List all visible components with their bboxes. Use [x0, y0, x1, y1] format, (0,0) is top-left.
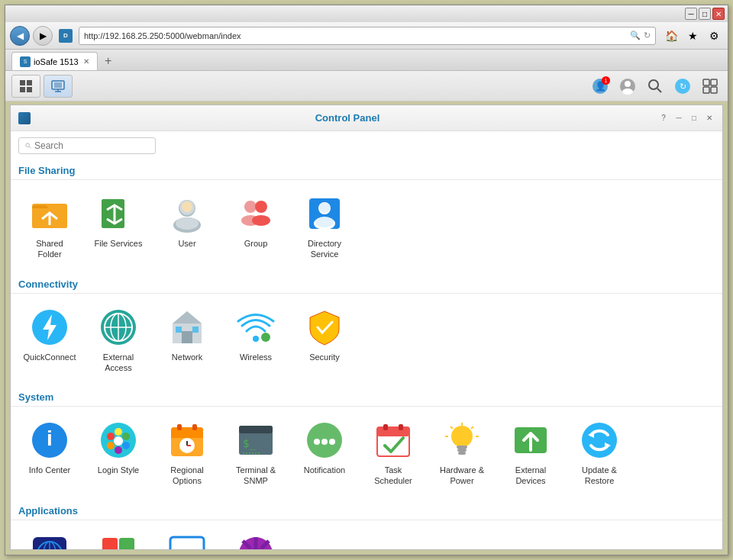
desktop-view-button[interactable]	[44, 75, 73, 98]
notification-item[interactable]: Notification	[293, 416, 356, 491]
url-text: http://192.168.25.250:5000/webman/index	[84, 31, 627, 40]
svg-rect-0	[20, 80, 25, 85]
grid-view-button[interactable]	[11, 75, 40, 98]
close-button[interactable]: ✕	[712, 8, 725, 20]
svg-line-93	[471, 426, 473, 429]
update-restore-item[interactable]: Update &Restore	[568, 416, 631, 491]
svg-rect-20	[711, 87, 717, 93]
hardware-power-item[interactable]: Hardware &Power	[431, 416, 493, 491]
star-icon[interactable]: ★	[683, 27, 702, 45]
security-item[interactable]: Security	[293, 303, 356, 378]
notification-label: Notification	[304, 465, 345, 475]
terminal-snmp-item[interactable]: $_ Terminal &SNMP	[224, 416, 287, 491]
media-library-item[interactable]: Media Library	[224, 529, 287, 549]
task-scheduler-label: Task Scheduler	[366, 465, 420, 487]
new-tab-button[interactable]: +	[99, 52, 118, 70]
web-services-item[interactable]: Web Services	[18, 529, 81, 549]
tab-close-icon[interactable]: ✕	[83, 57, 89, 66]
home-icon[interactable]: 🏠	[662, 27, 680, 45]
svg-rect-109	[102, 538, 118, 549]
quickconnect-item[interactable]: QuickConnect	[18, 303, 81, 378]
svg-rect-113	[170, 537, 204, 549]
tab-title: ioSafe 1513	[34, 57, 79, 66]
svg-point-82	[329, 439, 335, 445]
address-bar[interactable]: http://192.168.25.250:5000/webman/index …	[79, 27, 656, 45]
nav-bar: ◀ ▶ D http://192.168.25.250:5000/webman/…	[5, 22, 728, 50]
wireless-label: Wireless	[240, 352, 272, 362]
svg-point-97	[582, 423, 617, 458]
update-restore-icon	[580, 420, 619, 460]
svg-rect-74	[192, 424, 197, 430]
directory-service-item[interactable]: DirectoryService	[293, 189, 356, 265]
maximize-button[interactable]: □	[699, 8, 711, 20]
svg-rect-84	[377, 427, 409, 436]
cp-close-button[interactable]: ✕	[704, 113, 715, 124]
system-grid: i Info Center	[11, 407, 722, 500]
network-item[interactable]: Network	[156, 303, 218, 378]
svg-line-22	[29, 146, 31, 148]
minimize-button[interactable]: ─	[685, 8, 697, 20]
svg-point-87	[451, 426, 473, 447]
info-center-label: Info Center	[29, 465, 70, 475]
user-item[interactable]: User	[156, 189, 218, 265]
user-icon	[619, 78, 636, 95]
section-file-sharing: File Sharing	[11, 160, 722, 180]
svg-rect-85	[383, 424, 388, 430]
shared-folder-item[interactable]: SharedFolder	[18, 189, 81, 265]
toolbar-right: 👤 1	[589, 75, 722, 98]
task-scheduler-item[interactable]: Task Scheduler	[362, 416, 425, 491]
user-button[interactable]	[616, 75, 639, 98]
cp-maximize-button[interactable]: □	[689, 113, 699, 124]
browser-outer: ─ □ ✕ ◀ ▶ D http://192.168.25.250:5000/w…	[0, 0, 733, 560]
desktop-icon	[51, 79, 65, 93]
login-style-item[interactable]: Login Style	[87, 416, 150, 491]
external-devices-item[interactable]: ExternalDevices	[499, 416, 562, 491]
svg-text:$_: $_	[243, 437, 256, 450]
shared-folder-label: SharedFolder	[36, 238, 63, 260]
security-icon	[305, 307, 344, 347]
cp-help-button[interactable]: ?	[658, 113, 669, 124]
wifi-status-button[interactable]: ↻	[671, 75, 694, 98]
external-access-item[interactable]: External Access	[87, 303, 150, 378]
svg-point-60	[107, 433, 115, 440]
notification-button[interactable]: 👤 1	[589, 75, 612, 98]
network-icon	[167, 307, 207, 347]
svg-text:↻: ↻	[680, 82, 686, 91]
back-button[interactable]: ◀	[10, 26, 30, 46]
svg-point-65	[107, 442, 115, 449]
svg-rect-110	[119, 538, 134, 549]
cp-logo	[18, 112, 31, 124]
svg-rect-69	[171, 435, 203, 438]
refresh-icon[interactable]: ↻	[644, 31, 651, 40]
directory-service-icon	[305, 194, 344, 233]
svg-point-81	[321, 439, 328, 445]
notification-icon	[305, 420, 344, 460]
svg-point-35	[244, 201, 257, 213]
file-services-item[interactable]: File Services	[87, 189, 150, 265]
file-services-label: File Services	[95, 238, 143, 249]
terminal-snmp-icon: $_	[236, 420, 276, 460]
group-item[interactable]: Group	[224, 189, 287, 265]
search-icon: 🔍	[630, 31, 641, 40]
hardware-power-label: Hardware &Power	[440, 465, 484, 487]
search-input[interactable]	[34, 140, 149, 151]
application-portal-item[interactable]: ApplicationPortal	[156, 529, 218, 549]
svg-point-61	[115, 428, 122, 436]
wireless-item[interactable]: Wireless	[224, 303, 287, 378]
browser-window: ─ □ ✕ ◀ ▶ D http://192.168.25.250:5000/w…	[5, 5, 728, 555]
settings-icon[interactable]: ⚙	[705, 27, 723, 45]
svg-rect-53	[176, 327, 182, 333]
forward-button[interactable]: ▶	[33, 26, 53, 46]
svg-point-37	[255, 201, 267, 213]
active-tab[interactable]: S ioSafe 1513 ✕	[11, 52, 98, 70]
user-label: User	[178, 238, 195, 249]
svg-text:i: i	[47, 426, 53, 450]
info-center-item[interactable]: i Info Center	[18, 416, 81, 491]
svg-rect-5	[54, 82, 62, 88]
apps-button[interactable]	[699, 75, 722, 98]
privileges-icon	[98, 534, 138, 549]
privileges-item[interactable]: Privileges	[87, 529, 150, 549]
search-toolbar-button[interactable]	[644, 75, 667, 98]
regional-options-item[interactable]: RegionalOptions	[156, 416, 218, 491]
cp-minimize-button[interactable]: ─	[673, 113, 684, 124]
